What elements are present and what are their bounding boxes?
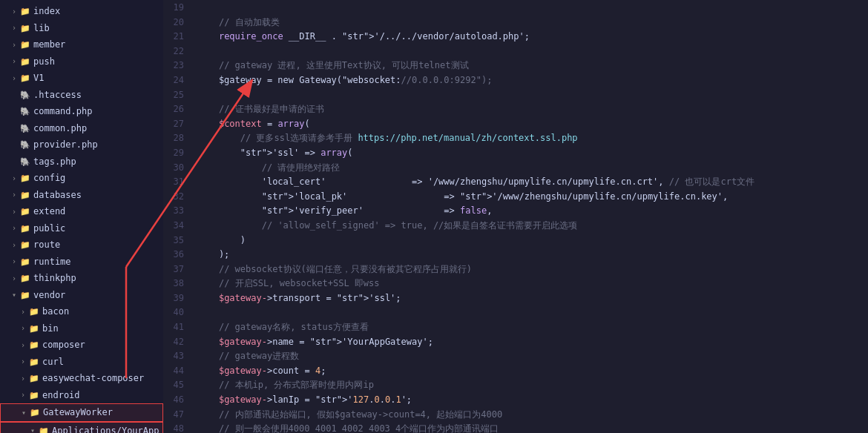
- line-number: 45: [163, 377, 191, 392]
- tree-arrow: ›: [9, 73, 19, 84]
- code-line-45: 45 // 本机ip, 分布式部署时使用内网ip: [163, 377, 868, 392]
- tree-arrow: ›: [9, 6, 19, 17]
- line-code: // 则一般会使用4000 4001 4002 4003 4个端口作为内部通讯端…: [191, 421, 868, 433]
- code-line-31: 31 'local_cert' => '/www/zhengshu/upmyli…: [163, 174, 868, 189]
- sidebar-item-route[interactable]: ›📁route: [0, 237, 163, 254]
- line-code: "str">'verify_peer' => false,: [191, 203, 868, 218]
- code-line-44: 44 $gateway->count = 4;: [163, 363, 868, 378]
- tree-arrow: ›: [9, 56, 19, 67]
- sidebar-item-tags_php[interactable]: 🐘tags.php: [0, 153, 163, 171]
- sidebar-item-public[interactable]: ›📁public: [0, 220, 163, 237]
- line-code: // 开启SSL, websocket+SSL 即wss: [191, 276, 868, 291]
- tree-label: lib: [33, 22, 163, 35]
- code-line-28: 28 // 更多ssl选项请参考手册 https://php.net/manua…: [163, 130, 868, 145]
- line-number: 26: [163, 102, 191, 116]
- code-line-48: 48 // 则一般会使用4000 4001 4002 4003 4个端口作为内部…: [163, 421, 868, 433]
- sidebar-item-index[interactable]: ›📁index: [0, 3, 163, 20]
- code-line-24: 24 $gateway = new Gateway("websocket://0…: [163, 73, 868, 87]
- tree-label: index: [33, 4, 163, 18]
- line-code: // 'allow_self_signed' => true, //如果是自签名…: [191, 218, 868, 233]
- sidebar-item-runtime[interactable]: ›📁runtime: [0, 254, 163, 271]
- line-code: // websocket协议(端口任意，只要没有被其它程序占用就行): [191, 262, 868, 277]
- line-code: [191, 305, 868, 320]
- line-number: 29: [163, 145, 191, 160]
- folder-icon: 📁: [19, 205, 31, 219]
- line-number: 25: [163, 87, 191, 102]
- tree-arrow: ›: [9, 189, 19, 200]
- code-line-33: 33 "str">'verify_peer' => false,: [163, 203, 868, 218]
- sidebar-item-GatewayWorker[interactable]: ▾📁GatewayWorker: [0, 403, 163, 422]
- line-number: 34: [163, 218, 191, 233]
- line-number: 33: [163, 203, 191, 218]
- code-lines: 19 20 // 自动加载类21 require_once __DIR__ . …: [163, 0, 868, 433]
- line-number: 35: [163, 233, 191, 248]
- tree-label: command.php: [33, 105, 163, 118]
- sidebar-item-vendor[interactable]: ▾📁vendor: [0, 287, 163, 304]
- folder-icon: 📁: [19, 71, 31, 85]
- sidebar-item-V1[interactable]: ›📁V1: [0, 70, 163, 87]
- line-code: $gateway = new Gateway("websocket://0.0.…: [191, 73, 868, 87]
- sidebar-item-composer[interactable]: ›📁composer: [0, 337, 163, 354]
- tree-arrow: ›: [9, 239, 19, 251]
- tree-arrow: ›: [9, 256, 19, 267]
- code-line-30: 30 // 请使用绝对路径: [163, 160, 868, 175]
- tree-arrow: ›: [9, 173, 19, 184]
- tree-arrow: ›: [9, 22, 19, 33]
- sidebar-item-curl[interactable]: ›📁curl: [0, 354, 163, 371]
- sidebar-item-member[interactable]: ›📁member: [0, 36, 163, 53]
- code-line-39: 39 $gateway->transport = "str">'ssl';: [163, 291, 868, 305]
- sidebar-item-common_php[interactable]: 🐘common.php: [0, 120, 163, 137]
- code-line-41: 41 // gateway名称, status方便查看: [163, 320, 868, 334]
- tree-label: member: [33, 38, 163, 51]
- sidebar-item-bin[interactable]: ›📁bin: [0, 320, 163, 337]
- sidebar-item-extend[interactable]: ›📁extend: [0, 203, 163, 220]
- folder-icon: 📁: [28, 322, 40, 336]
- line-number: 19: [163, 0, 191, 15]
- tree-label: .htaccess: [33, 88, 163, 102]
- line-code: "str">'ssl' => array(: [191, 145, 868, 160]
- sidebar-item-bacon[interactable]: ›📁bacon: [0, 303, 163, 320]
- code-line-34: 34 // 'allow_self_signed' => true, //如果是…: [163, 218, 868, 233]
- folder-icon: 📁: [28, 371, 40, 386]
- sidebar-item-config[interactable]: ›📁config: [0, 170, 163, 187]
- folder-icon: 📁: [28, 355, 40, 369]
- sidebar-item-command_php[interactable]: 🐘command.php: [0, 103, 163, 120]
- code-line-20: 20 // 自动加载类: [163, 15, 868, 30]
- sidebar-item-endroid[interactable]: ›📁endroid: [0, 387, 163, 404]
- tree-label: GatewayWorker: [43, 406, 162, 419]
- tree-label: extend: [33, 205, 163, 218]
- line-code: "str">'local_pk' => "str">'/www/zhengshu…: [191, 189, 868, 204]
- tree-arrow: ›: [18, 323, 28, 334]
- code-line-21: 21 require_once __DIR__ . "str">'/../../…: [163, 29, 868, 44]
- folder-icon: 📁: [29, 406, 41, 420]
- tree-arrow: ›: [18, 306, 28, 317]
- sidebar-item-Applications_YourApp[interactable]: ▾📁Applications/YourApp: [0, 422, 163, 434]
- folder-icon: 📁: [19, 38, 31, 52]
- tree-arrow: ›: [18, 340, 28, 351]
- file-php-icon: 🐘: [19, 88, 31, 102]
- tree-label: databases: [33, 188, 163, 202]
- line-code: $gateway->count = 4;: [191, 363, 868, 378]
- line-code: $context = array(: [191, 116, 868, 131]
- tree-arrow: ›: [9, 206, 19, 217]
- line-code: // gateway进程数: [191, 348, 868, 363]
- line-number: 39: [163, 291, 191, 305]
- line-number: 20: [163, 15, 191, 30]
- tree-label: runtime: [33, 255, 163, 268]
- line-code: // gateway名称, status方便查看: [191, 320, 868, 334]
- sidebar-item-provider_php[interactable]: 🐘provider.php: [0, 136, 163, 153]
- code-line-25: 25: [163, 87, 868, 102]
- sidebar-item-lib[interactable]: ›📁lib: [0, 20, 163, 37]
- sidebar-item-thinkphp[interactable]: ›📁thinkphp: [0, 270, 163, 287]
- file-tree[interactable]: ›📁index›📁lib›📁member›📁push›📁V1🐘.htaccess…: [0, 0, 163, 433]
- code-line-43: 43 // gateway进程数: [163, 348, 868, 363]
- sidebar-item-databases[interactable]: ›📁databases: [0, 187, 163, 204]
- line-code: 'local_cert' => '/www/zhengshu/upmylife.…: [191, 174, 868, 189]
- sidebar-item-push[interactable]: ›📁push: [0, 53, 163, 70]
- tree-label: common.php: [33, 122, 163, 135]
- sidebar-item-easywechat_composer[interactable]: ›📁easywechat-composer: [0, 370, 163, 387]
- line-code: [191, 0, 868, 15]
- file-php-icon: 🐘: [19, 105, 31, 119]
- sidebar-item-htaccess[interactable]: 🐘.htaccess: [0, 87, 163, 104]
- line-number: 48: [163, 421, 191, 433]
